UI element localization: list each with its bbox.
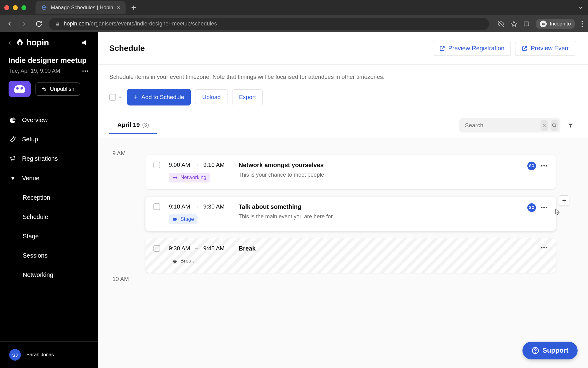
lock-icon	[55, 21, 60, 26]
reload-button[interactable]	[34, 19, 43, 29]
url-text: hopin.com/organisers/events/indie-design…	[64, 21, 217, 27]
session-title: Talk about something	[239, 203, 519, 210]
add-between-button[interactable]: +	[559, 195, 569, 206]
search-submit-icon[interactable]	[551, 120, 558, 131]
session-card[interactable]: 9:00 AM → 9:10 AM Networking Network amo…	[145, 155, 556, 189]
nav-reception[interactable]: Reception	[0, 188, 98, 207]
nav-networking[interactable]: Networking	[0, 265, 98, 285]
event-more-icon[interactable]: •••	[82, 68, 89, 74]
header-actions: Preview Registration Preview Event	[433, 41, 576, 56]
session-card[interactable]: 9:10 AM → 9:30 AM Stage Talk about somet…	[145, 197, 556, 231]
nav-sessions[interactable]: Sessions	[0, 246, 98, 265]
sidebar-user[interactable]: SJ Sarah Jonas	[0, 341, 98, 368]
card-more-icon[interactable]: •••	[541, 245, 548, 251]
arrow-right-icon: →	[194, 203, 200, 210]
url-field[interactable]: hopin.com/organisers/events/indie-design…	[49, 18, 489, 30]
tab-overflow-icon[interactable]	[578, 5, 584, 11]
back-button[interactable]	[5, 19, 14, 29]
new-tab-button[interactable]: +	[131, 3, 136, 12]
session-start: 9:00 AM	[169, 162, 190, 168]
event-subtitle: Tue, Apr 19, 9:00 AM	[9, 68, 60, 74]
svg-rect-14	[173, 218, 176, 221]
tabs-row: April 19 (3)	[109, 117, 576, 134]
maximize-window-icon[interactable]	[21, 5, 26, 10]
session-checkbox[interactable]	[153, 162, 160, 168]
tab-title: Manage Schedules | Hopin	[51, 5, 113, 11]
session-end: 9:30 AM	[203, 203, 225, 210]
plus-icon: +	[134, 93, 138, 101]
logo-mark-icon	[15, 38, 24, 47]
address-bar-right: Incognito	[498, 19, 583, 29]
card-more-icon[interactable]: •••	[541, 205, 548, 210]
wand-icon	[9, 136, 17, 143]
export-button[interactable]: Export	[232, 89, 263, 105]
sidebar-back-icon[interactable]: ‹	[9, 38, 11, 47]
external-link-icon	[439, 45, 445, 52]
tab-close-icon[interactable]: ×	[117, 5, 120, 11]
session-start: 9:30 AM	[169, 245, 190, 252]
arrow-right-icon: →	[194, 245, 200, 252]
upload-button[interactable]: Upload	[195, 89, 228, 105]
svg-point-8	[582, 23, 583, 25]
search-input[interactable]	[465, 122, 537, 129]
handshake-icon	[172, 175, 178, 180]
close-window-icon[interactable]	[4, 5, 9, 10]
nav-stage[interactable]: Stage	[0, 227, 98, 246]
event-title: Indie designer meetup	[9, 56, 89, 65]
megaphone-icon[interactable]	[81, 39, 89, 47]
external-link-icon	[522, 45, 528, 52]
session-title: Network amongst yourselves	[239, 162, 519, 169]
panel-icon[interactable]	[523, 21, 530, 27]
video-icon	[172, 217, 178, 222]
date-tab[interactable]: April 19 (3)	[109, 117, 157, 134]
svg-point-6	[543, 23, 545, 25]
session-desc: This is your chance to meet people	[239, 172, 519, 178]
session-checkbox[interactable]	[153, 245, 160, 252]
help-icon	[532, 347, 539, 354]
user-name: Sarah Jonas	[26, 352, 54, 358]
kebab-menu-icon[interactable]	[581, 21, 583, 27]
incognito-badge[interactable]: Incognito	[536, 19, 575, 29]
session-desc: This is the main event you are here for	[239, 213, 519, 220]
select-all-checkbox[interactable]	[109, 94, 116, 101]
cards-column: 9:00 AM → 9:10 AM Networking Network amo…	[145, 138, 556, 273]
sidebar-top: ‹ hopin	[0, 32, 98, 53]
star-icon[interactable]	[511, 21, 517, 27]
speaker-badge: SO	[527, 203, 536, 212]
add-to-schedule-button[interactable]: + Add to Schedule	[127, 89, 191, 105]
incognito-icon	[540, 21, 547, 27]
main: Schedule Preview Registration Preview Ev…	[98, 32, 588, 368]
svg-marker-2	[511, 21, 517, 26]
search-clear-icon[interactable]	[541, 120, 548, 131]
svg-point-12	[552, 124, 555, 126]
nav-venue[interactable]: ▾ Venue	[0, 168, 98, 188]
card-more-icon[interactable]: •••	[541, 163, 548, 169]
preview-event-button[interactable]: Preview Event	[515, 41, 576, 56]
session-checkbox[interactable]	[153, 203, 160, 210]
session-start: 9:10 AM	[169, 203, 190, 210]
sidebar-nav: Overview Setup Registrations ▾ Venue Rec…	[0, 110, 98, 285]
browser-chrome: Manage Schedules | Hopin × + hopin.com/o…	[0, 0, 588, 32]
nav-setup[interactable]: Setup	[0, 130, 98, 149]
filter-icon[interactable]	[565, 120, 576, 131]
nav-schedule[interactable]: Schedule	[0, 207, 98, 227]
forward-button[interactable]	[20, 19, 29, 29]
session-card[interactable]: 9:30 AM → 9:45 AM Break Break •••	[145, 238, 556, 273]
app-root: ‹ hopin Indie designer meetup Tue, Apr 1…	[0, 32, 588, 368]
tab-bar: Manage Schedules | Hopin × +	[0, 0, 588, 15]
window-controls	[4, 5, 26, 10]
support-button[interactable]: Support	[522, 342, 578, 359]
unpublish-button[interactable]: Unpublish	[36, 82, 80, 96]
preview-registration-button[interactable]: Preview Registration	[433, 41, 511, 56]
browser-tab[interactable]: Manage Schedules | Hopin ×	[36, 1, 126, 14]
main-header: Schedule Preview Registration Preview Ev…	[98, 32, 588, 65]
eye-off-icon[interactable]	[498, 21, 504, 27]
svg-point-7	[582, 21, 583, 22]
select-all-dropdown-icon[interactable]: ▾	[117, 93, 123, 101]
minimize-window-icon[interactable]	[13, 5, 18, 10]
nav-registrations[interactable]: Registrations	[0, 149, 98, 168]
sidebar: ‹ hopin Indie designer meetup Tue, Apr 1…	[0, 32, 98, 368]
nav-overview[interactable]: Overview	[0, 110, 98, 130]
hopin-logo[interactable]: hopin	[15, 38, 49, 48]
search-field[interactable]	[459, 118, 560, 132]
